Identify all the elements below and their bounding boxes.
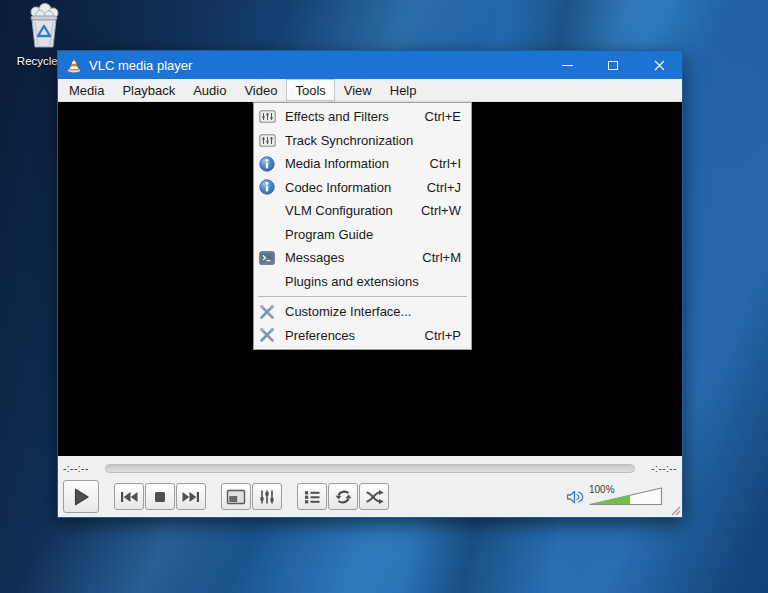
playlist-icon <box>303 489 321 505</box>
play-button[interactable] <box>63 480 99 513</box>
speaker-icon <box>565 489 585 505</box>
menu-media[interactable]: Media <box>60 79 113 101</box>
tools-icon <box>259 327 281 343</box>
shortcut: Ctrl+P <box>411 328 461 343</box>
previous-icon <box>119 490 139 504</box>
menu-item-effects-and-filters[interactable]: Effects and Filters Ctrl+E <box>254 105 471 129</box>
volume-control[interactable]: 100% <box>565 487 677 506</box>
loop-button[interactable] <box>328 483 358 510</box>
titlebar[interactable]: VLC media player <box>58 51 682 79</box>
resize-grip[interactable] <box>669 504 681 516</box>
menu-item-media-information[interactable]: Media Information Ctrl+I <box>254 152 471 176</box>
messages-icon <box>259 250 281 266</box>
stop-icon <box>152 489 168 505</box>
menubar: Media Playback Audio Video Tools View He… <box>58 79 682 102</box>
playlist-button[interactable] <box>297 483 327 510</box>
volume-percent: 100% <box>589 484 615 495</box>
menu-item-program-guide[interactable]: Program Guide <box>254 223 471 247</box>
menu-item-messages[interactable]: Messages Ctrl+M <box>254 246 471 270</box>
play-icon <box>70 486 92 508</box>
close-button[interactable] <box>636 51 682 79</box>
menu-playback[interactable]: Playback <box>113 79 184 101</box>
time-elapsed: -:--:-- <box>63 463 99 474</box>
recycle-bin-icon <box>22 3 66 49</box>
equalizer-button[interactable] <box>252 483 282 510</box>
vlc-cone-icon <box>66 57 82 73</box>
seek-slider[interactable] <box>105 464 635 473</box>
minimize-icon <box>562 65 573 66</box>
menu-item-track-synchronization[interactable]: Track Synchronization <box>254 129 471 153</box>
shortcut: Ctrl+M <box>408 250 461 265</box>
menu-item-preferences[interactable]: Preferences Ctrl+P <box>254 324 471 348</box>
menu-view[interactable]: View <box>335 79 381 101</box>
menu-video[interactable]: Video <box>235 79 286 101</box>
menu-item-customize-interface[interactable]: Customize Interface... <box>254 300 471 324</box>
minimize-button[interactable] <box>544 51 590 79</box>
next-button[interactable] <box>176 483 206 510</box>
menu-item-vlm-configuration[interactable]: VLM Configuration Ctrl+W <box>254 199 471 223</box>
menu-separator <box>258 296 467 297</box>
fullscreen-button[interactable] <box>221 483 251 510</box>
tools-icon <box>259 304 281 320</box>
next-icon <box>181 490 201 504</box>
menu-help[interactable]: Help <box>381 79 426 101</box>
equalizer-icon <box>258 489 276 505</box>
shortcut: Ctrl+I <box>416 156 461 171</box>
control-bar: -:--:-- -:--:-- <box>58 456 682 517</box>
time-total: -:--:-- <box>641 463 677 474</box>
shortcut: Ctrl+W <box>407 203 461 218</box>
shortcut: Ctrl+E <box>411 109 461 124</box>
window-title: VLC media player <box>89 58 544 73</box>
menu-item-codec-information[interactable]: Codec Information Ctrl+J <box>254 176 471 200</box>
menu-tools[interactable]: Tools <box>286 79 334 101</box>
stop-button[interactable] <box>145 483 175 510</box>
vlc-window: VLC media player Media Playback Audio Vi… <box>57 50 683 518</box>
desktop: { "desktop": { "recycle_bin_label": "Rec… <box>0 0 768 593</box>
previous-button[interactable] <box>114 483 144 510</box>
fullscreen-icon <box>226 489 246 505</box>
info-icon <box>259 179 281 195</box>
menu-item-plugins-and-extensions[interactable]: Plugins and extensions <box>254 270 471 294</box>
shuffle-button[interactable] <box>359 483 389 510</box>
shuffle-icon <box>365 489 384 505</box>
effects-icon <box>259 132 281 148</box>
close-icon <box>654 60 665 71</box>
effects-icon <box>259 109 281 125</box>
maximize-button[interactable] <box>590 51 636 79</box>
info-icon <box>259 156 281 172</box>
tools-dropdown-menu: Effects and Filters Ctrl+E Track Synchro… <box>253 102 472 350</box>
menu-audio[interactable]: Audio <box>184 79 235 101</box>
loop-icon <box>334 489 353 505</box>
maximize-icon <box>608 61 618 70</box>
shortcut: Ctrl+J <box>413 180 461 195</box>
